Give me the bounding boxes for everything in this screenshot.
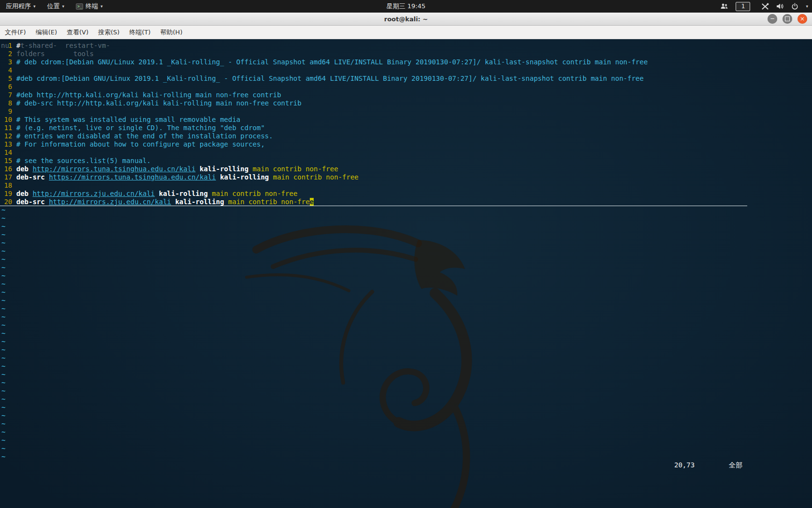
maximize-button[interactable] [783,14,792,24]
menu-help[interactable]: 帮助(H) [156,26,188,39]
tilde-marker: ~ [0,362,5,370]
minimize-button[interactable]: ─ [768,14,777,24]
empty-line: ~ [0,338,812,346]
vim-ruler: 20,73 全部 [0,461,812,469]
empty-line: ~ [0,231,812,239]
tilde-marker: ~ [0,453,5,461]
menu-file[interactable]: 文件(F) [0,26,31,39]
text-segment: # This system was installed using small … [16,116,241,123]
editor-line: 14 [0,149,812,157]
empty-line: ~ [0,247,812,255]
editor-lines: 1#t-shared- restart-vm-2folders tools3# … [0,42,812,461]
menu-view[interactable]: 查看(V) [62,26,93,39]
line-number: 17 [0,173,12,181]
empty-line: ~ [0,329,812,338]
text-segment: deb [16,190,33,197]
line-number: 15 [0,157,12,165]
text-segment: # deb-src http://http.kali.org/kali kali… [16,99,302,107]
editor-line: 3# deb cdrom:[Debian GNU/Linux 2019.1 _K… [0,58,812,66]
text-segment: kali-rolling [155,190,212,197]
line-number: 19 [0,190,12,198]
tilde-marker: ~ [0,420,5,428]
line-number: 7 [0,91,12,99]
text-segment: kali-rolling [171,198,228,206]
line-number: 20 [0,198,12,206]
top-panel-left: 应用程序 ▾ 位置 ▾ >_ 终端 ▾ [0,0,109,13]
text-segment: kali-rolling [216,173,273,181]
tilde-marker: ~ [0,412,5,419]
close-button[interactable]: × [798,14,807,24]
tilde-marker: ~ [0,321,5,329]
empty-line: ~ [0,403,812,412]
editor-line: 5#deb cdrom:[Debian GNU/Linux 2019.1 _Ka… [0,75,812,83]
text-segment: deb-src [16,173,49,181]
workspace-indicator[interactable]: 1 [736,2,750,11]
empty-line: ~ [0,346,812,354]
line-number: 18 [0,181,12,190]
tilde-marker: ~ [0,223,5,230]
text-segment: folders tools [16,50,94,58]
workspace-number: 1 [741,3,745,10]
terminal-screen[interactable]: nu 1#t-shared- restart-vm-2folders tools… [0,39,812,508]
tilde-marker: ~ [0,346,5,354]
tilde-marker: ~ [0,445,5,452]
terminal-app-menu-label: 终端 [86,2,98,11]
text-segment: http://mirrors.tuna.tsinghua.edu.cn/kali [32,165,195,173]
editor-line: 19deb http://mirrors.zju.edu.cn/kali kal… [0,190,812,198]
chevron-down-icon: ▾ [62,4,65,9]
tilde-marker: ~ [0,428,5,436]
volume-icon[interactable] [776,3,784,10]
text-segment: main contrib non-fre [228,198,310,206]
text-segment: http://mirrors.zju.edu.cn/kali [49,198,171,206]
empty-line: ~ [0,239,812,247]
text-segment: # (e.g. netinst, live or single CD). The… [16,124,265,132]
tilde-marker: ~ [0,206,5,214]
tilde-marker: ~ [0,403,5,411]
places-menu[interactable]: 位置 ▾ [42,0,71,13]
tilde-marker: ~ [0,272,5,280]
tilde-marker: ~ [0,247,5,255]
text-segment: restart-vm- [65,42,110,49]
text-segment: #deb http://http.kali.org/kali kali-roll… [16,91,281,99]
empty-line: ~ [0,354,812,362]
empty-line: ~ [0,280,812,288]
tilde-marker: ~ [0,305,5,313]
text-segment: http://mirrors.zju.edu.cn/kali [32,190,155,197]
empty-line: ~ [0,395,812,403]
editor-line: 9 [0,107,812,116]
tilde-marker: ~ [0,387,5,395]
text-segment: main contrib non-free [273,173,359,181]
tools-icon[interactable] [761,3,769,10]
empty-line: ~ [0,297,812,305]
clock[interactable]: 星期三 19:45 [0,0,812,13]
menu-terminal[interactable]: 终端(T) [124,26,155,39]
terminal-app-menu[interactable]: >_ 终端 ▾ [70,0,109,13]
line-number: 5 [0,75,12,83]
empty-line: ~ [0,272,812,280]
chevron-down-icon: ▾ [33,4,36,9]
text-segment: main contrib non-free [253,165,338,173]
power-icon[interactable] [791,3,798,10]
places-menu-label: 位置 [47,2,60,11]
editor-line: 10# This system was installed using smal… [0,116,812,124]
empty-line: ~ [0,436,812,445]
chevron-down-icon[interactable]: ▾ [806,4,808,9]
menu-search[interactable]: 搜索(S) [93,26,124,39]
window-titlebar[interactable]: root@kali: ~ ─ × [0,13,812,26]
menu-edit[interactable]: 编辑(E) [31,26,62,39]
empty-line: ~ [0,264,812,272]
users-icon[interactable] [720,3,728,10]
empty-line: ~ [0,214,812,223]
tilde-marker: ~ [0,255,5,263]
applications-menu[interactable]: 应用程序 ▾ [0,0,42,13]
line-number: 16 [0,165,12,173]
tilde-marker: ~ [0,395,5,403]
line-number: 2 [0,50,12,58]
text-segment: deb [16,165,33,173]
terminal-icon: >_ [76,3,83,10]
line-number: 11 [0,124,12,132]
empty-line: ~ [0,288,812,297]
line-number: 12 [0,132,12,140]
vim-cursor: e [310,198,314,206]
line-number: 13 [0,140,12,149]
